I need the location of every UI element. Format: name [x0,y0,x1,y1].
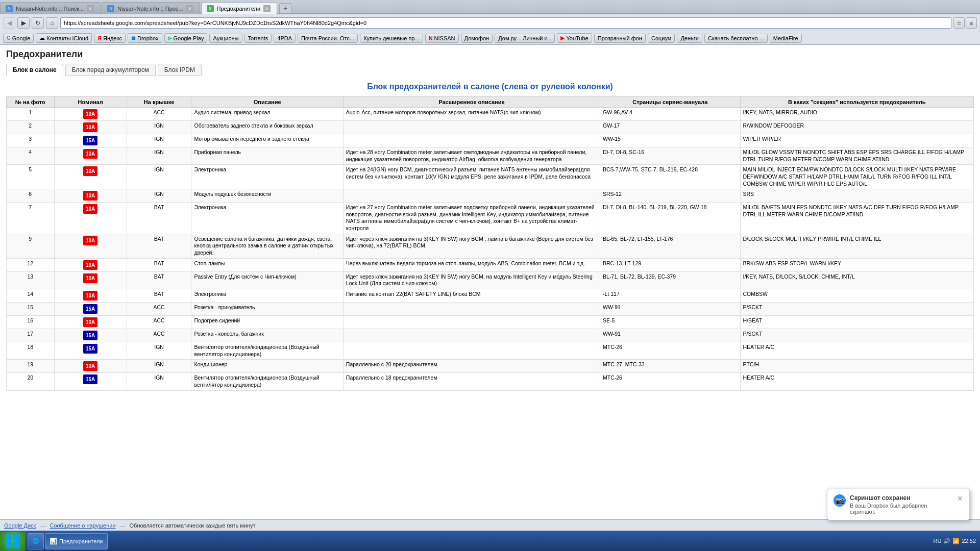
violation-link[interactable]: Сообщение о нарушении [50,522,115,529]
row-extdesc: Идет на 24(IGN) ногу BCM, диагностически… [343,165,600,189]
bookmark-pochta[interactable]: Почта России. Отс... [298,34,358,43]
row-nominal: 15A [54,373,127,390]
sheet-tab-ipdm[interactable]: Блок IPDM [158,64,202,76]
lang-indicator[interactable]: RU [934,538,942,544]
volume-icon[interactable]: 🔊 [943,538,950,544]
tab-2[interactable]: N Nissan-Note.info :: Прос... ✕ [102,2,200,14]
address-bar: ◀ ▶ ↻ ⌂ ☆ ≡ [0,14,980,32]
row-manual: WW-91 [600,329,740,342]
row-desc: Электроника [191,165,343,189]
bookmarks-bar: G Google ☁ Контакты iCloud Я Яндекс ◼ Dr… [0,32,980,45]
clock[interactable]: 22:52 [962,537,976,545]
sheet-tab-salon[interactable]: Блок в салоне [6,64,63,76]
row-usage: D/LOCK S/LOCK MULTI I/KEY PRWIRE INT/L C… [740,234,974,258]
header-nom: Номинал [54,97,127,108]
row-extdesc: Параллельно с 20 предохранителем [343,360,600,373]
row-cap: BAT [127,234,191,258]
row-usage: MAIN MIL/DL INJECT ECM/PW NONDTC D/LOCK … [740,165,974,189]
row-usage: MIL/DL GLOW VSSMTR NONDTC SHIFT ABS ESP … [740,147,974,165]
home-button[interactable]: ⌂ [46,17,58,29]
reload-button[interactable]: ↻ [32,17,44,29]
row-cap: IGN [127,147,191,165]
row-manual: BL-65, BL-72, LT-155, LT-176 [600,234,740,258]
bookmark-dropbox[interactable]: ◼ Dropbox [128,33,162,43]
row-nominal: 10A [54,315,127,329]
star-icon[interactable]: ☆ [953,17,965,29]
gdrive-link[interactable]: Google Диск [4,522,36,529]
taskbar-ie[interactable]: 🌐 [28,533,44,549]
bookmark-domofon[interactable]: Домофон [461,34,493,43]
address-input[interactable] [60,17,951,29]
tab-3[interactable]: S Предохранители ✕ [201,2,278,14]
network-icon[interactable]: 📶 [952,538,960,544]
row-num: 7 [7,203,55,234]
bookmark-auctions[interactable]: Аукционы [209,34,242,43]
row-usage: HEATER A/C [740,373,974,390]
table-row: 16 10A ACC Подогрев сидений SE-5 H/SEAT [7,315,974,329]
table-row: 12 10A BAT Стоп-лампы Через выключатель … [7,258,974,271]
time-display: 22:52 [962,537,976,545]
row-nominal: 15A [54,134,127,147]
bookmark-google[interactable]: G Google [3,34,34,43]
row-desc: Аудио система, привод зеркал [191,108,343,121]
sheet-tab-battery[interactable]: Блок перед аккумулятором [65,64,156,76]
bookmark-nissan[interactable]: N NISSAN [425,34,459,43]
row-num: 9 [7,234,55,258]
row-usage: MIL/DL BA/FTS MAIN EPS NONDTC I/KEY NATS… [740,203,974,234]
bookmark-mediafire[interactable]: MediaFire [770,34,802,43]
bookmark-social[interactable]: Социум [648,34,675,43]
header-cap: На крышке [127,97,191,108]
row-desc: Электроника [191,289,343,302]
tab-1-close[interactable]: ✕ [87,5,94,12]
bookmark-domru[interactable]: Дом.ру – Личный к... [495,34,555,43]
bookmark-youtube[interactable]: ▶ YouTube [557,33,592,43]
bookmark-money[interactable]: Деньги [677,34,702,43]
row-num: 5 [7,165,55,189]
row-nominal: 10A [54,165,127,189]
new-tab-button[interactable]: + [279,3,291,13]
browser-window: N Nissan-Note.info :: Поиск... ✕ N Nissa… [0,0,980,531]
row-desc: Розетка - прикуриватель [191,302,343,315]
row-usage: I/KEY, NATS, MIRROR, AUDIO [740,108,974,121]
bookmark-torrents[interactable]: Torrents [244,34,272,43]
tab-1[interactable]: N Nissan-Note.info :: Поиск... ✕ [0,2,101,14]
tab-2-close[interactable]: ✕ [186,5,193,12]
spreadsheet-icon: 📊 [50,538,57,545]
row-usage: P/SCKT [740,302,974,315]
row-desc: Приборная панель [191,147,343,165]
tab-3-close[interactable]: ✕ [263,5,271,12]
row-manual: WW-91 [600,302,740,315]
row-cap: IGN [127,360,191,373]
row-cap: BAT [127,289,191,302]
row-nominal: 10A [54,203,127,234]
table-row: 6 10A IGN Модуль подушек безопасности SR… [7,189,974,203]
row-nominal: 10A [54,360,127,373]
bookmark-yandex[interactable]: Я Яндекс [94,34,126,43]
row-manual: WW-15 [600,134,740,147]
bookmark-4pda[interactable]: 4PDA [274,34,296,43]
forward-button[interactable]: ▶ [17,17,30,29]
row-usage: SRS [740,189,974,203]
row-num: 14 [7,289,55,302]
bookmark-icloud[interactable]: ☁ Контакты iCloud [36,33,92,43]
toast-close-button[interactable]: ✕ [957,494,963,503]
bookmark-googleplay[interactable]: ▶ Google Play [164,33,208,43]
table-row: 19 10A IGN Кондиционер Параллельно с 20 … [7,360,974,373]
back-button[interactable]: ◀ [3,17,15,29]
row-num: 4 [7,147,55,165]
table-row: 7 10A BAT Электроника Идет на 27 ногу Co… [7,203,974,234]
header-manual: Страницы сервис-мануала [600,97,740,108]
bookmark-transparent[interactable]: Прозрачный фон [594,34,646,43]
menu-icon[interactable]: ≡ [966,17,977,29]
bookmark-download[interactable]: Скачать бесплатно ... [704,34,768,43]
svg-rect-1 [13,534,20,541]
row-nominal: 10A [54,147,127,165]
bookmark-buy[interactable]: Купить дешевые пр... [360,34,423,43]
page-content: Предохранители Блок в салоне Блок перед … [0,45,980,519]
start-button[interactable] [0,532,26,551]
taskbar-spreadsheet[interactable]: 📊 Предохранители [45,533,108,549]
row-num: 16 [7,315,55,329]
tab-2-label: Nissan-Note.info :: Прос... [117,6,183,12]
toast-title: Скриншот сохранен [850,494,953,502]
row-extdesc: Идет на 28 ногу Combination meter запиты… [343,147,600,165]
